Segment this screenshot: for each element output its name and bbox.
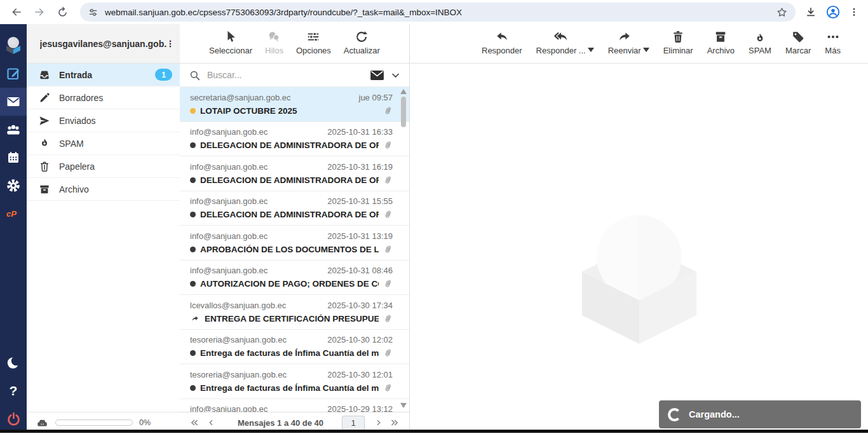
message-row[interactable]: info@sanjuan.gob.ec 2025-10-31 08:46 AUT… <box>180 261 409 296</box>
rail-dark-mode-button[interactable] <box>0 349 27 377</box>
message-subject: DELEGACION DE ADMINISTRADORA DE OR... <box>200 175 379 185</box>
unread-dot-icon[interactable] <box>190 247 196 252</box>
options-icon <box>306 30 320 44</box>
refresh-button[interactable]: Actualizar <box>344 30 380 55</box>
spinner-icon <box>668 408 681 421</box>
first-page-button[interactable] <box>186 415 203 430</box>
reply-button[interactable]: Responder <box>482 30 522 55</box>
folder-item-borradores[interactable]: Borradores <box>27 86 180 109</box>
app-rail: cP ? <box>0 24 27 433</box>
webmail-app: cP ? jesusgavilanes@sanjuan <box>0 24 868 433</box>
message-row[interactable]: info@sanjuan.gob.ec 2025-10-31 13:19 APR… <box>180 226 409 261</box>
message-row[interactable]: info@sanjuan.gob.ec 2025-10-31 16:33 DEL… <box>180 122 409 157</box>
message-sender: info@sanjuan.gob.ec <box>190 266 268 275</box>
message-count-summary: Mensajes 1 a 40 de 40 <box>219 418 342 428</box>
message-date: 2025-10-31 13:19 <box>327 231 393 241</box>
reply-all-caret-icon[interactable] <box>588 48 594 52</box>
forward-button[interactable]: Reenviar <box>608 30 641 55</box>
message-row[interactable]: secretaria@sanjuan.gob.ec jue 09:57 LOTA… <box>180 87 409 122</box>
unread-dot-icon[interactable] <box>190 212 196 217</box>
folder-item-entrada[interactable]: Entrada 1 <box>27 64 180 86</box>
folder-label: Enviados <box>59 116 96 126</box>
rail-compose-button[interactable] <box>0 60 27 88</box>
rail-contacts-button[interactable] <box>0 116 27 144</box>
list-toolbar: Seleccionar Hilos Opciones <box>180 24 409 64</box>
unread-dot-icon[interactable] <box>190 281 196 287</box>
message-row[interactable]: lcevallos@sanjuan.gob.ec 2025-10-30 17:3… <box>180 295 409 330</box>
folder-item-spam[interactable]: SPAM <box>27 132 180 155</box>
browser-menu-icon[interactable] <box>849 6 859 18</box>
browser-reload-button[interactable] <box>52 2 72 22</box>
bookmark-star-icon[interactable] <box>776 6 788 18</box>
folder-item-enviados[interactable]: Enviados <box>27 109 180 132</box>
first-page-icon <box>189 418 200 427</box>
folder-label: Papelera <box>59 161 95 172</box>
svg-text:cP: cP <box>6 209 17 219</box>
mark-button[interactable]: Marcar <box>785 30 811 55</box>
unread-dot-icon[interactable] <box>190 177 196 183</box>
unread-dot-icon[interactable] <box>190 142 196 148</box>
more-button[interactable]: Más <box>825 30 841 55</box>
url-bar[interactable]: webmail.sanjuan.gob.ec/cpsess7753063093/… <box>80 3 796 22</box>
more-label: Más <box>825 46 841 55</box>
search-options-chevron-icon[interactable] <box>391 71 400 80</box>
prev-page-button[interactable] <box>203 415 219 430</box>
folder-label: Borradores <box>59 93 103 103</box>
attachment-icon <box>383 383 393 393</box>
spam-label: SPAM <box>749 46 771 55</box>
spam-button[interactable]: SPAM <box>749 30 771 55</box>
search-scope-mail-icon[interactable] <box>370 70 384 81</box>
unread-dot-icon[interactable] <box>190 385 196 391</box>
roundcube-logo-icon <box>3 34 24 55</box>
rail-mail-button[interactable] <box>0 88 27 116</box>
account-email: jesusgavilanes@sanjuan.gob.... <box>40 39 167 49</box>
scrollbar-thumb[interactable] <box>401 97 406 127</box>
site-settings-icon[interactable] <box>88 7 98 18</box>
rail-calendar-button[interactable] <box>0 144 27 172</box>
scroll-up-icon[interactable] <box>400 89 407 94</box>
roundcube-logo <box>0 29 27 60</box>
message-row[interactable]: info@sanjuan.gob.ec 2025-10-29 13:12 <box>180 399 409 412</box>
browser-forward-button[interactable] <box>29 2 50 22</box>
next-page-icon <box>374 418 383 427</box>
threads-button[interactable]: Hilos <box>265 30 283 55</box>
message-row[interactable]: info@sanjuan.gob.ec 2025-10-31 16:19 DEL… <box>180 156 409 191</box>
archive-button[interactable]: Archivo <box>707 30 735 55</box>
rail-settings-button[interactable] <box>0 172 27 200</box>
rail-cpanel-button[interactable]: cP <box>0 200 27 228</box>
rail-help-button[interactable]: ? <box>0 377 27 405</box>
message-row[interactable]: info@sanjuan.gob.ec 2025-10-31 15:55 DEL… <box>180 191 409 226</box>
unread-dot-icon[interactable] <box>190 108 196 114</box>
folder-item-papelera[interactable]: Papelera <box>27 155 180 178</box>
select-button[interactable]: Seleccionar <box>209 30 252 55</box>
message-sender: tesoreria@sanjuan.gob.ec <box>190 370 287 379</box>
forwarded-icon <box>190 315 200 323</box>
rail-logout-button[interactable] <box>0 405 27 433</box>
forward-caret-icon[interactable] <box>643 48 649 52</box>
next-page-button[interactable] <box>370 415 386 430</box>
message-row[interactable]: tesoreria@sanjuan.gob.ec 2025-10-30 12:0… <box>180 364 409 399</box>
options-button[interactable]: Opciones <box>296 30 331 55</box>
profile-icon[interactable] <box>826 5 840 19</box>
folder-item-archivo[interactable]: Archivo <box>27 178 180 201</box>
refresh-icon <box>355 30 369 44</box>
search-input[interactable] <box>207 70 363 80</box>
message-date: 2025-10-30 12:01 <box>327 370 393 379</box>
message-date: jue 09:57 <box>359 93 393 102</box>
unread-dot-icon[interactable] <box>190 350 196 356</box>
scroll-down-icon[interactable] <box>400 403 407 408</box>
download-icon[interactable] <box>804 6 817 18</box>
pointer-icon <box>224 30 238 44</box>
last-page-button[interactable] <box>386 415 403 430</box>
power-icon <box>6 411 22 427</box>
reply-all-button[interactable]: Responder ... <box>536 30 586 55</box>
page-number-input[interactable]: 1 <box>342 416 365 430</box>
delete-button[interactable]: Eliminar <box>663 30 693 55</box>
account-menu-button[interactable] <box>166 38 175 50</box>
list-scrollbar[interactable] <box>399 88 408 411</box>
browser-back-button[interactable] <box>6 2 27 22</box>
url-text[interactable]: webmail.sanjuan.gob.ec/cpsess7753063093/… <box>105 8 776 17</box>
message-subject: APROBACIÓN DE LOS DOCUMENTOS DE LA... <box>200 245 379 254</box>
kebab-menu-icon <box>166 38 175 50</box>
message-row[interactable]: tesoreria@sanjuan.gob.ec 2025-10-30 12:0… <box>180 330 409 365</box>
